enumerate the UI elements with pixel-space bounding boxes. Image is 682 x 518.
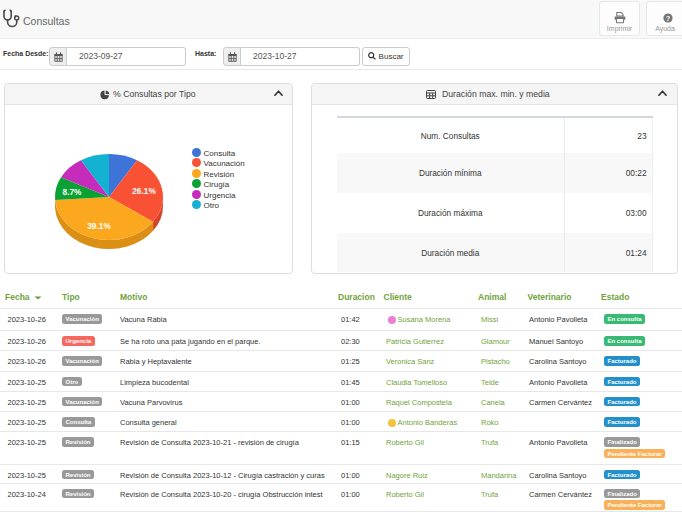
svg-text:8.7%: 8.7% — [63, 187, 83, 197]
svg-text:26.1%: 26.1% — [132, 186, 156, 196]
svg-text:?: ? — [666, 14, 671, 23]
svg-text:39.1%: 39.1% — [87, 221, 111, 231]
